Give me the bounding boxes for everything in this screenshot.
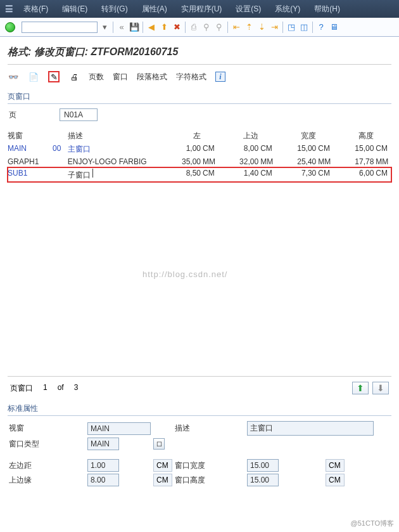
print-icon[interactable]: ⎙ xyxy=(188,22,200,33)
pager-next-button[interactable]: ⬇ xyxy=(372,382,389,394)
attr-wheight-unit: CM xyxy=(326,474,345,486)
menu-help[interactable]: 帮助(H) xyxy=(308,1,346,17)
attr-tmargin-value[interactable]: 8.00 xyxy=(87,474,119,486)
col-desc: 描述 xyxy=(68,131,161,141)
cancel-icon[interactable]: ✖ xyxy=(171,22,182,33)
watermark: http://blog.csdn.net/ xyxy=(142,269,227,279)
menu-settings[interactable]: 设置(S) xyxy=(229,1,267,17)
help-icon[interactable]: ? xyxy=(315,22,327,33)
layout-icon[interactable]: 🖥 xyxy=(328,22,339,33)
attr-wwidth-unit: CM xyxy=(326,459,345,472)
attr-window-value[interactable]: MAIN xyxy=(87,422,151,435)
menu-edit[interactable]: 编辑(E) xyxy=(56,1,94,17)
table-row[interactable]: MAIN 00 主窗口 1,00CM 8,00CM 15,00CM 15,00C… xyxy=(8,143,391,156)
page-down-icon[interactable]: ⇣ xyxy=(256,22,267,33)
table-row[interactable]: SUB1 子窗口 8,50CM 1,40CM 7,30CM 6,00CM xyxy=(8,167,391,182)
tab-pages[interactable]: 页数 xyxy=(89,72,104,82)
attr-type-value[interactable]: MAIN xyxy=(87,438,119,450)
pager: 页窗口 1 of 3 ⬆ ⬇ xyxy=(8,377,391,398)
find-next-icon[interactable]: ⚲ xyxy=(213,22,225,33)
section-page-window: 页窗口 xyxy=(8,90,391,104)
page-value[interactable]: N01A xyxy=(60,108,98,121)
window-table: 视窗 描述 左 上边 宽度 高度 MAIN 00 主窗口 1,00CM 8,00… xyxy=(8,129,391,377)
page-up-icon[interactable]: ⇡ xyxy=(243,22,255,33)
page-first-icon[interactable]: ⇤ xyxy=(231,22,242,33)
attr-tmargin-label: 上边缘 xyxy=(9,475,85,486)
menu-util[interactable]: 实用程序(U) xyxy=(175,1,229,17)
attr-lmargin-label: 左边距 xyxy=(9,460,85,471)
page-title: 格式: 修改页窗口: ZTFORM20160715 xyxy=(8,43,391,65)
pager-prev-button[interactable]: ⬆ xyxy=(352,382,369,394)
footer-mark: @51CTO博客 xyxy=(351,519,394,528)
shortcut-icon[interactable]: ◫ xyxy=(298,22,310,33)
find-icon[interactable]: ⚲ xyxy=(201,22,212,33)
app-menu-icon[interactable]: ☰ xyxy=(3,4,16,14)
col-window: 视窗 xyxy=(8,131,53,141)
attr-desc-value[interactable]: 主窗口 xyxy=(247,421,374,436)
attr-type-label: 窗口类型 xyxy=(9,439,85,450)
back-icon[interactable]: ◀ xyxy=(146,22,157,33)
attr-lmargin-unit: CM xyxy=(153,459,172,472)
save-icon[interactable]: 💾 xyxy=(129,22,140,33)
attr-wwidth-label: 窗口宽度 xyxy=(175,460,244,471)
attr-tmargin-unit: CM xyxy=(153,474,172,486)
tab-paragraph[interactable]: 段落格式 xyxy=(137,72,167,82)
attr-desc-label: 描述 xyxy=(175,423,244,434)
attr-wheight-label: 窗口高度 xyxy=(175,475,244,486)
col-width: 宽度 xyxy=(276,131,318,141)
attr-type-help-button[interactable]: ☐ xyxy=(153,438,165,450)
table-row[interactable]: GRAPH1 ENJOY-LOGO FARBIG 35,00MM 32,00MM… xyxy=(8,156,391,167)
exit-icon[interactable]: ⬆ xyxy=(158,22,170,33)
dropdown-icon[interactable]: ▾ xyxy=(99,22,110,33)
tab-window[interactable]: 窗口 xyxy=(113,72,128,82)
menu-tables[interactable]: 表格(F) xyxy=(17,1,54,17)
col-left: 左 xyxy=(161,131,203,141)
system-toolbar: ▾ « 💾 ◀ ⬆ ✖ ⎙ ⚲ ⚲ ⇤ ⇡ ⇣ ⇥ ◳ ◫ ? 🖥 xyxy=(0,18,399,37)
tab-character[interactable]: 字符格式 xyxy=(176,72,206,82)
pager-of: of xyxy=(58,383,64,394)
ok-icon[interactable] xyxy=(5,22,15,32)
menubar: ☰ 表格(F) 编辑(E) 转到(G) 属性(A) 实用程序(U) 设置(S) … xyxy=(0,0,399,18)
info-icon[interactable]: i xyxy=(215,72,225,82)
attr-wheight-value[interactable]: 15.00 xyxy=(247,474,279,486)
display-icon[interactable]: 👓 xyxy=(8,71,19,82)
pager-current: 1 xyxy=(43,383,48,394)
col-height: 高度 xyxy=(334,131,376,141)
edit-icon[interactable]: ✎ xyxy=(48,71,60,82)
col-top: 上边 xyxy=(218,131,260,141)
attr-window-label: 视窗 xyxy=(9,423,85,434)
menu-system[interactable]: 系统(Y) xyxy=(269,1,307,17)
page-label: 页 xyxy=(9,110,53,120)
pager-total: 3 xyxy=(74,383,79,394)
menu-attr[interactable]: 属性(A) xyxy=(136,1,174,17)
app-toolbar: 👓 📄 ✎ 🖨 页数 窗口 段落格式 字符格式 i xyxy=(8,68,391,85)
attr-wwidth-value[interactable]: 15.00 xyxy=(247,459,279,472)
pager-label: 页窗口 xyxy=(10,383,33,394)
print-preview-icon[interactable]: 🖨 xyxy=(68,71,80,82)
attr-lmargin-value[interactable]: 1.00 xyxy=(87,459,119,472)
section-attributes: 标准属性 xyxy=(8,402,391,416)
chevrons-left-icon[interactable]: « xyxy=(116,22,127,33)
create-icon[interactable]: 📄 xyxy=(28,71,39,82)
new-session-icon[interactable]: ◳ xyxy=(286,22,297,33)
page-last-icon[interactable]: ⇥ xyxy=(269,22,280,33)
menu-goto[interactable]: 转到(G) xyxy=(95,1,134,17)
command-field[interactable] xyxy=(22,22,98,33)
